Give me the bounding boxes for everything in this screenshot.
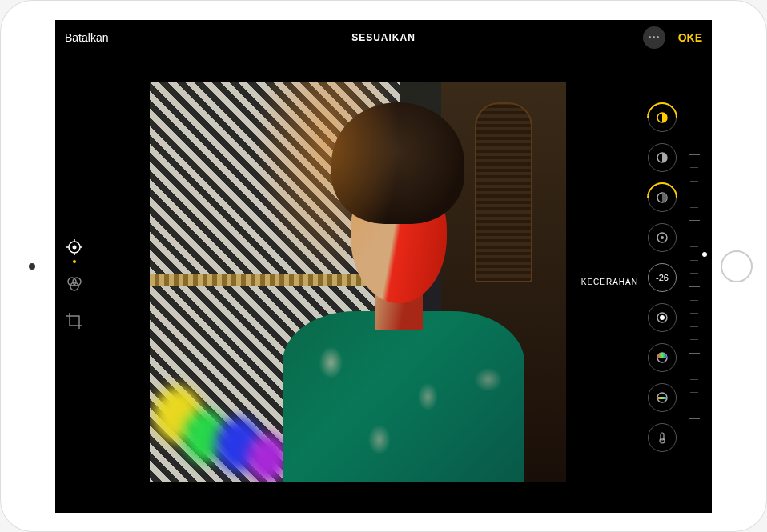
adjust-auto[interactable]	[648, 103, 677, 132]
svg-point-20	[660, 438, 665, 443]
adjust-contrast[interactable]	[648, 303, 677, 332]
adjust-tool[interactable]	[63, 236, 86, 258]
filters-icon	[65, 274, 84, 294]
adjust-brilliance[interactable]	[648, 183, 677, 212]
editor-content: KECERAHAN -26	[55, 55, 712, 513]
ellipsis-icon	[649, 36, 659, 38]
svg-point-1	[73, 245, 77, 249]
adjustments-column: -26	[648, 103, 677, 452]
cancel-button[interactable]: Batalkan	[65, 31, 108, 44]
svg-rect-18	[658, 397, 666, 399]
home-button[interactable]	[721, 250, 753, 282]
left-toolbar	[63, 236, 86, 332]
done-button[interactable]: OKE	[678, 31, 702, 44]
svg-point-11	[657, 193, 667, 202]
ipad-frame: Batalkan SESUAIKAN OKE	[0, 0, 767, 532]
adjust-highlights[interactable]	[648, 223, 677, 252]
saturation-icon	[655, 350, 669, 365]
value-slider[interactable]	[686, 151, 702, 423]
photo-preview[interactable]	[150, 82, 566, 482]
crop-icon	[65, 311, 84, 330]
svg-point-15	[660, 315, 665, 320]
auto-icon	[655, 110, 669, 125]
adjust-warmth[interactable]	[648, 423, 677, 452]
slider-thumb[interactable]	[702, 252, 707, 257]
top-bar: Batalkan SESUAIKAN OKE	[55, 20, 712, 55]
adjustment-value: -26	[656, 273, 669, 282]
filters-tool[interactable]	[63, 273, 86, 295]
adjust-icon	[65, 238, 84, 257]
adjustment-label: KECERAHAN	[581, 278, 638, 286]
adjust-brightness[interactable]: -26	[648, 263, 677, 292]
screen: Batalkan SESUAIKAN OKE	[55, 20, 712, 513]
more-button[interactable]	[643, 26, 665, 49]
adjust-exposure[interactable]	[648, 143, 677, 172]
contrast-icon	[655, 310, 669, 325]
vibrance-icon	[655, 390, 669, 405]
front-camera	[29, 263, 35, 270]
svg-point-9	[657, 113, 667, 122]
svg-point-13	[661, 236, 664, 239]
svg-point-8	[70, 282, 78, 290]
adjust-saturation[interactable]	[648, 343, 677, 372]
exposure-icon	[655, 150, 669, 165]
svg-point-7	[73, 278, 81, 286]
warmth-icon	[655, 430, 669, 445]
highlights-icon	[655, 230, 669, 245]
adjust-vibrance[interactable]	[648, 383, 677, 412]
crop-tool[interactable]	[63, 310, 86, 332]
brilliance-icon	[655, 190, 669, 205]
screen-title: SESUAIKAN	[351, 32, 416, 43]
